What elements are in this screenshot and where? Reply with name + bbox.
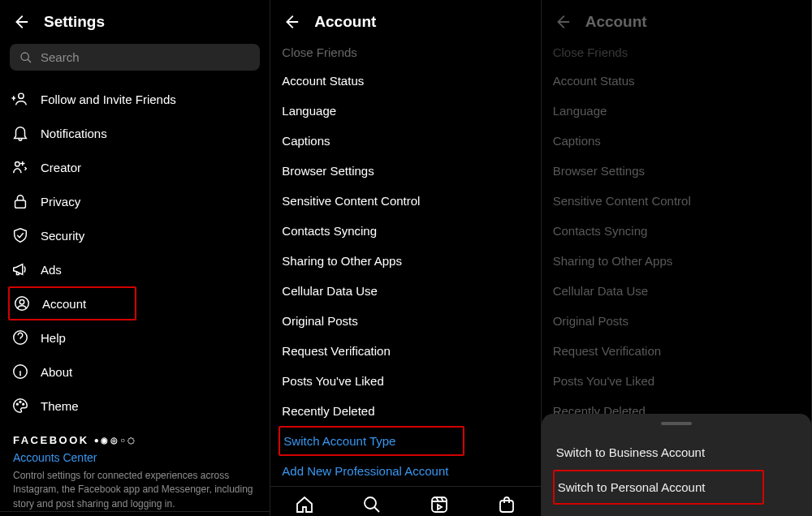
svg-point-14 [365,497,376,509]
svg-point-1 [19,93,24,98]
page-title: Account [585,13,647,31]
settings-item-ads[interactable]: Ads [11,252,258,286]
account-item[interactable]: Contacts Syncing [282,216,529,246]
page-title: Settings [44,13,105,31]
home-icon[interactable] [295,495,314,514]
truncated-item[interactable]: Close Friends [282,44,529,66]
item-label: About [41,365,72,379]
settings-item-notifications[interactable]: Notifications [11,116,258,150]
item-label: Privacy [41,195,80,209]
account-item: Posts You've Liked [553,366,800,396]
account-item: Language [553,96,800,126]
lock-icon [11,192,29,210]
bottom-nav [270,486,540,516]
svg-point-10 [23,403,24,405]
account-item[interactable]: Recently Deleted [282,396,529,426]
settings-item-security[interactable]: Security [11,218,258,252]
user-circle-icon [13,295,31,312]
account-item[interactable]: Sensitive Content Control [282,186,529,216]
svg-rect-15 [432,497,447,512]
settings-list: Follow and Invite Friends Notifications … [0,82,270,511]
account-header: Account [542,0,811,44]
account-item[interactable]: Captions [282,126,529,156]
account-item[interactable]: Browser Settings [282,156,529,186]
account-item[interactable]: Cellular Data Use [282,276,529,306]
account-item[interactable]: Posts You've Liked [282,366,529,396]
reels-icon[interactable] [430,495,449,514]
account-item: Request Verification [553,336,800,366]
facebook-heading: FACEBOOK ● ◉ ◎ ○ ◌ [13,434,257,446]
item-label: Creator [41,161,81,174]
svg-rect-3 [15,200,26,208]
settings-item-about[interactable]: About [11,355,258,389]
account-item[interactable]: Language [282,96,529,126]
item-label: Follow and Invite Friends [41,92,176,106]
switch-to-business[interactable]: Switch to Business Account [556,435,797,470]
account-item[interactable]: Request Verification [282,336,529,366]
account-item: Browser Settings [553,156,800,186]
switch-account-type[interactable]: Switch Account Type [279,426,464,456]
svg-point-5 [19,299,24,304]
star-icon [11,158,29,176]
account-item: Sensitive Content Control [553,186,800,216]
settings-item-help[interactable]: Help [11,320,258,355]
search-placeholder: Search [41,50,80,64]
settings-item-creator[interactable]: Creator [11,150,258,184]
settings-item-privacy[interactable]: Privacy [11,184,258,218]
account-item[interactable]: Original Posts [282,306,529,336]
search-nav-icon[interactable] [362,495,382,514]
account-item: Sharing to Other Apps [553,246,800,276]
svg-point-8 [16,403,18,405]
switch-to-personal[interactable]: Switch to Personal Account [553,470,764,505]
item-label: Account [42,297,86,311]
account-item[interactable]: Sharing to Other Apps [282,246,529,276]
palette-icon [11,397,29,415]
svg-point-2 [15,162,19,167]
account-item: Contacts Syncing [553,216,800,246]
back-arrow-icon[interactable] [11,13,29,31]
svg-point-0 [21,53,28,60]
megaphone-icon [11,260,29,278]
add-person-icon [11,90,29,108]
account-header: Account [270,0,540,44]
help-icon [11,329,29,346]
account-item: Original Posts [553,306,800,336]
accounts-center-desc: Control settings for connected experienc… [13,469,257,511]
settings-item-account[interactable]: Account [8,286,136,320]
account-item: Captions [553,126,800,156]
settings-header: Settings [0,0,270,44]
bell-icon [11,124,29,142]
search-icon [19,51,32,64]
info-icon [11,363,29,381]
settings-item-follow[interactable]: Follow and Invite Friends [11,82,258,116]
settings-item-theme[interactable]: Theme [11,389,258,423]
accounts-center-link[interactable]: Accounts Center [13,446,257,469]
add-professional-account[interactable]: Add New Professional Account [282,456,529,486]
account-item[interactable]: Account Status [282,66,529,96]
back-arrow-icon[interactable] [282,13,300,31]
page-title: Account [314,13,376,31]
sheet-handle[interactable] [661,422,692,425]
switch-account-sheet: Switch to Business Account Switch to Per… [542,414,811,516]
truncated-item: Close Friends [553,44,800,66]
bottom-nav [0,511,270,516]
back-arrow-icon[interactable] [553,13,571,31]
account-list: Close Friends Account Status Language Ca… [270,44,540,486]
shop-icon[interactable] [497,495,516,514]
svg-rect-16 [500,501,513,512]
svg-point-9 [19,402,21,403]
item-label: Notifications [41,127,107,140]
account-item: Cellular Data Use [553,276,800,306]
item-label: Help [41,331,66,345]
item-label: Ads [41,263,62,277]
search-input[interactable]: Search [10,44,260,71]
shield-icon [11,226,29,244]
item-label: Theme [41,399,79,413]
item-label: Security [41,229,84,243]
account-item: Account Status [553,66,800,96]
